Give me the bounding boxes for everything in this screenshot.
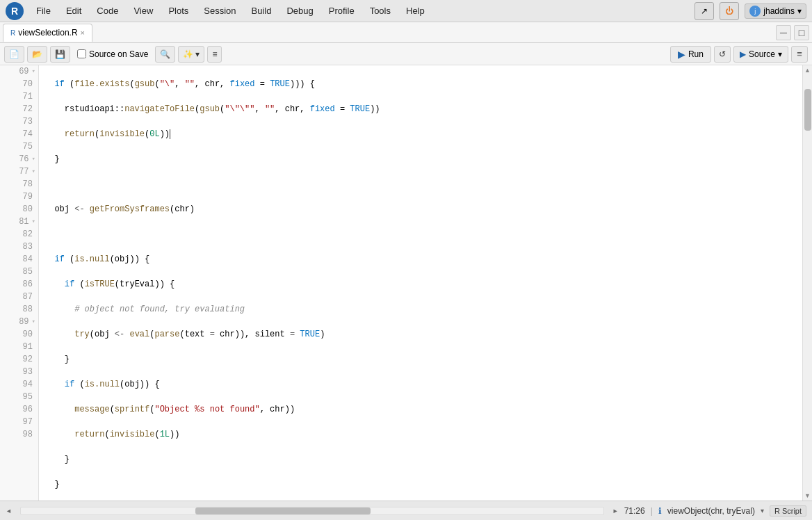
search-btn[interactable]: 🔍 <box>155 46 175 63</box>
maximize-editor-btn[interactable]: □ <box>794 25 809 40</box>
line-number-95: 95 <box>0 391 38 403</box>
dropdown-chevron-icon[interactable]: ▾ <box>797 6 802 16</box>
rerun-btn[interactable]: ↺ <box>714 46 731 63</box>
code-line-77: if (isTRUE(tryEval)) { <box>44 278 797 291</box>
menu-tools[interactable]: Tools <box>363 3 398 19</box>
line-number-82: 82 <box>0 228 38 241</box>
code-editor[interactable]: if (file.exists(gsub("\", "", chr, fixed… <box>39 65 802 501</box>
line-number-92: 92 <box>0 353 38 366</box>
save-btn[interactable]: 💾 <box>50 46 70 63</box>
source-button[interactable]: ▶ Source ▾ <box>733 46 788 63</box>
menu-file[interactable]: File <box>29 3 58 19</box>
line-number-93: 93 <box>0 366 38 378</box>
line-number-90: 90 <box>0 328 38 341</box>
line-number-74: 74 <box>0 128 38 140</box>
fold-btn-89[interactable]: ▾ <box>32 316 35 328</box>
open-file-btn[interactable]: 📂 <box>27 46 47 63</box>
code-line-78: # object not found, try evaluating <box>44 303 797 316</box>
code-line-74: obj <- getFromSysframes(chr) <box>44 203 797 216</box>
source-on-save-checkbox[interactable] <box>77 49 86 58</box>
h-scroll-right-btn[interactable]: ► <box>612 507 619 514</box>
code-line-73 <box>44 178 797 190</box>
search-icon: 🔍 <box>160 49 170 59</box>
h-scroll-left-btn[interactable]: ◄ <box>6 507 12 514</box>
vertical-scrollbar[interactable]: ▲ ▼ <box>802 65 812 501</box>
menu-build[interactable]: Build <box>245 3 279 19</box>
scroll-track[interactable] <box>803 75 812 491</box>
run-button[interactable]: ▶ Run <box>670 46 711 63</box>
status-bar: ◄ ► 71:26 | ℹ viewObject(chr, tryEval) ▾… <box>0 501 812 520</box>
line-number-71: 71 <box>0 90 38 103</box>
power-btn[interactable]: ⏻ <box>720 2 739 20</box>
new-file-btn[interactable]: 📄 <box>4 46 24 63</box>
open-icon: 📂 <box>32 49 42 59</box>
lines-menu-btn[interactable]: ≡ <box>791 46 808 63</box>
rerun-icon: ↺ <box>719 49 726 59</box>
code-line-69: if (file.exists(gsub("\", "", chr, fixed… <box>44 78 797 90</box>
function-dropdown-icon[interactable]: ▾ <box>761 507 764 514</box>
code-line-84: } <box>44 453 797 466</box>
h-scroll-thumb[interactable] <box>195 507 370 514</box>
code-line-82: message(sprintf("Object %s not found", c… <box>44 403 797 416</box>
external-link-btn[interactable]: ↗ <box>695 2 714 20</box>
line-number-77: 77 ▾ <box>0 165 38 178</box>
menu-debug[interactable]: Debug <box>279 3 320 19</box>
title-bar: R File Edit Code View Plots Session Buil… <box>0 0 812 22</box>
tab-bar-right: ─ □ <box>776 25 809 40</box>
magic-wand-btn[interactable]: ✨ ▾ <box>178 46 204 63</box>
tab-close-btn[interactable]: × <box>81 29 85 37</box>
code-line-85: } <box>44 478 797 491</box>
compile-btn[interactable]: ≡ <box>207 46 222 63</box>
line-number-76: 76 ▾ <box>0 153 38 165</box>
source-label: Source <box>749 49 775 59</box>
menu-bar: File Edit Code View Plots Session Build … <box>29 3 695 19</box>
user-avatar: j <box>749 6 761 17</box>
fold-btn-76[interactable]: ▾ <box>32 153 35 165</box>
code-line-70: rstudioapi::navigateToFile(gsub("\"\"", … <box>44 103 797 115</box>
code-line-83: return(invisible(1L)) <box>44 428 797 441</box>
line-number-78: 78 <box>0 178 38 190</box>
line-number-79: 79 <box>0 190 38 203</box>
menu-profile[interactable]: Profile <box>322 3 362 19</box>
code-line-76: if (is.null(obj)) { <box>44 253 797 266</box>
menu-help[interactable]: Help <box>399 3 432 19</box>
line-number-85: 85 <box>0 266 38 278</box>
r-logo: R <box>6 2 24 20</box>
lines-icon: ≡ <box>797 49 802 59</box>
menu-session[interactable]: Session <box>197 3 243 19</box>
horizontal-scrollbar[interactable] <box>20 507 604 515</box>
line-number-88: 88 <box>0 303 38 316</box>
line-number-80: 80 <box>0 203 38 216</box>
line-number-98: 98 <box>0 428 38 441</box>
run-arrow-icon: ▶ <box>678 49 685 60</box>
tab-bar: R viewSelection.R × ─ □ <box>0 22 812 43</box>
line-number-89: 89 ▾ <box>0 316 38 328</box>
menu-code[interactable]: Code <box>90 3 125 19</box>
wand-icon: ✨ <box>183 49 193 59</box>
line-number-70: 70 <box>0 78 38 90</box>
scroll-down-btn[interactable]: ▼ <box>803 491 813 501</box>
wand-dropdown-icon: ▾ <box>195 49 200 59</box>
file-tab[interactable]: R viewSelection.R × <box>3 24 92 42</box>
new-file-icon: 📄 <box>9 49 19 59</box>
line-number-84: 84 <box>0 253 38 266</box>
line-number-83: 83 <box>0 241 38 253</box>
menu-plots[interactable]: Plots <box>161 3 195 19</box>
fold-btn-69[interactable]: ▾ <box>32 65 35 78</box>
status-right: 71:26 | ℹ viewObject(chr, tryEval) ▾ R S… <box>624 505 806 517</box>
line-number-73: 73 <box>0 115 38 128</box>
line-number-86: 86 <box>0 278 38 291</box>
fold-btn-77[interactable]: ▾ <box>32 165 35 178</box>
scroll-up-btn[interactable]: ▲ <box>803 65 813 75</box>
code-line-81: if (is.null(obj)) { <box>44 378 797 391</box>
scroll-thumb[interactable] <box>804 89 811 131</box>
source-arrow-icon: ▶ <box>740 49 746 59</box>
minimize-editor-btn[interactable]: ─ <box>776 25 791 40</box>
menu-view[interactable]: View <box>127 3 160 19</box>
line-number-94: 94 <box>0 378 38 391</box>
line-number-91: 91 <box>0 341 38 353</box>
line-number-69: 69 ▾ <box>0 65 38 78</box>
fold-btn-81[interactable]: ▾ <box>32 216 35 228</box>
menu-edit[interactable]: Edit <box>59 3 88 19</box>
username: jhaddins <box>763 6 795 16</box>
